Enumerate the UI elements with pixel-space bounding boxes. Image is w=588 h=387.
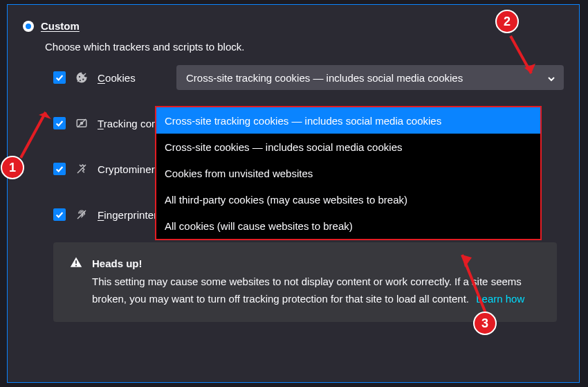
label-fingerprint: Fingerprinters xyxy=(98,209,163,221)
svg-line-5 xyxy=(21,112,46,158)
radio-custom[interactable] xyxy=(23,21,34,32)
annotation-arrow-1 xyxy=(15,100,57,162)
dropdown-item[interactable]: Cookies from unvisited websites xyxy=(156,160,540,186)
dropdown-item[interactable]: All third-party cookies (may cause websi… xyxy=(156,186,540,213)
cookies-dropdown: Cross-site tracking cookies — includes s… xyxy=(155,106,542,240)
annotation-badge-2: 2 xyxy=(495,10,519,33)
svg-marker-6 xyxy=(39,112,51,119)
chevron-down-icon xyxy=(547,73,555,82)
dropdown-item[interactable]: Cross-site cookies — includes social med… xyxy=(156,134,540,160)
svg-line-3 xyxy=(77,119,86,127)
radio-custom-label: Custom xyxy=(41,20,80,32)
annotation-arrow-3 xyxy=(451,244,499,320)
annotation-badge-1: 1 xyxy=(1,156,24,179)
checkbox-fingerprint[interactable] xyxy=(53,208,66,221)
checkbox-crypto[interactable] xyxy=(53,163,66,175)
tracking-icon xyxy=(75,117,88,129)
radio-row-custom[interactable]: Custom xyxy=(23,20,564,32)
annotation-arrow-2 xyxy=(504,32,545,87)
warning-icon xyxy=(70,256,82,269)
annotation-badge-3: 3 xyxy=(473,312,497,335)
cookie-icon xyxy=(75,71,88,84)
label-crypto: Cryptominers xyxy=(98,163,160,175)
row-cookies: Cookies Cross-site tracking cookies — in… xyxy=(53,65,564,90)
panel-subtitle: Choose which trackers and scripts to blo… xyxy=(45,41,564,53)
dropdown-item[interactable]: All cookies (will cause websites to brea… xyxy=(156,213,540,239)
dropdown-item[interactable]: Cross-site tracking cookies — includes s… xyxy=(156,107,540,134)
label-cookies: Cookies xyxy=(98,72,136,84)
checkbox-cookies[interactable] xyxy=(53,71,66,84)
fingerprint-icon xyxy=(75,208,88,221)
crypto-icon xyxy=(75,163,88,175)
cookies-select-value: Cross-site tracking cookies — includes s… xyxy=(186,72,463,84)
